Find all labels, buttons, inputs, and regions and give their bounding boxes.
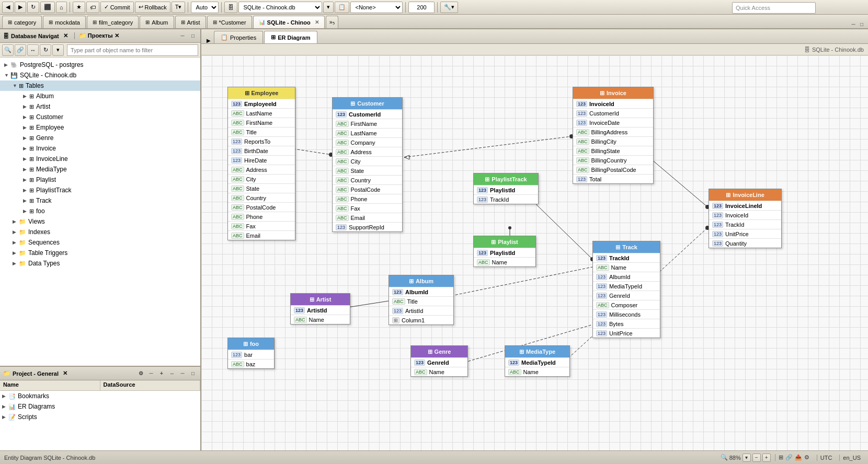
project-minimize-btn[interactable]: ─ xyxy=(178,369,187,378)
er-table-artist[interactable]: ⊞ Artist 123 ArtistId ABC Name xyxy=(290,293,350,324)
tree-item-playlist[interactable]: ▶ ⊞ Playlist xyxy=(0,175,200,185)
tree-item-customer[interactable]: ▶ ⊞ Customer xyxy=(0,112,200,122)
transaction-mode-select[interactable]: Auto xyxy=(191,2,219,13)
refresh-btn[interactable]: ↻ xyxy=(27,2,39,13)
tab-film-category-icon: ⊞ xyxy=(93,19,97,25)
track-title: Track xyxy=(622,244,637,250)
er-tab-diagram[interactable]: ⊞ ER Diagram xyxy=(264,31,317,43)
tree-item-sequences[interactable]: ▶ 📁 Sequences xyxy=(0,237,200,248)
nav-maximize-btn[interactable]: □ xyxy=(189,32,197,40)
zoom-in-btn[interactable]: + xyxy=(762,454,771,462)
project-collapse-btn[interactable]: ─ xyxy=(147,369,155,378)
nav-minimize-btn[interactable]: ─ xyxy=(178,32,187,40)
project-settings-btn[interactable]: ⚙ xyxy=(136,369,145,378)
project-col-datasource: DataSource xyxy=(100,380,201,390)
invoice-row-billingstate: ABC BillingState xyxy=(573,146,653,155)
nav-search-input[interactable] xyxy=(67,44,198,56)
er-tab-properties[interactable]: 📋 Properties xyxy=(214,31,263,43)
nav-filter-btn[interactable]: 🔍 xyxy=(2,44,14,56)
customer-row-phone: ABC Phone xyxy=(333,194,402,203)
tools-btn[interactable]: 🔧▾ xyxy=(440,2,458,13)
nav-collapse-btn[interactable]: ▾ xyxy=(52,44,64,56)
db-select[interactable]: SQLite - Chinook.db xyxy=(238,2,322,13)
tree-item-employee[interactable]: ▶ ⊞ Employee xyxy=(0,122,200,133)
nav-forward-btn[interactable]: ▶ xyxy=(15,2,26,13)
tree-item-indexes[interactable]: ▶ 📁 Indexes xyxy=(0,227,200,237)
tree-item-sqlite[interactable]: ▼ 💾 SQLite - Chinook.db xyxy=(0,70,200,80)
format-btn[interactable]: T▾ xyxy=(172,2,186,13)
nav-refresh-btn[interactable]: ↻ xyxy=(40,44,51,56)
tree-item-artist[interactable]: ▶ ⊞ Artist xyxy=(0,101,200,112)
schema-select[interactable]: <None> xyxy=(350,2,403,13)
zoom-out-btn[interactable]: − xyxy=(752,454,761,462)
tree-item-genre[interactable]: ▶ ⊞ Genre xyxy=(0,133,200,143)
tab-category[interactable]: ⊞ category xyxy=(2,16,42,28)
tab-sqlite-chinook[interactable]: 📊 SQLite - Chinoo ✕ xyxy=(253,16,325,28)
er-table-genre[interactable]: ⊞ Genre 123 GenreId ABC Name xyxy=(410,345,468,377)
er-table-playlisttrack[interactable]: ⊞ PlaylistTrack 123 PlaylistId 123 Track… xyxy=(473,173,539,204)
project-sync-btn[interactable]: ↔ xyxy=(168,369,176,378)
nav-link-btn[interactable]: 🔗 xyxy=(15,44,26,56)
db-dropdown-btn[interactable]: ▾ xyxy=(323,2,334,13)
quick-access-box[interactable]: Quick Access xyxy=(732,2,816,14)
tree-item-mediatype[interactable]: ▶ ⊞ MediaType xyxy=(0,164,200,175)
commit-btn[interactable]: ✓ Commit xyxy=(100,2,134,13)
er-table-playlist[interactable]: ⊞ Playlist 123 PlaylistId ABC Name xyxy=(473,236,536,267)
tree-item-datatypes[interactable]: ▶ 📁 Data Types xyxy=(0,258,200,269)
tree-item-track[interactable]: ▶ ⊞ Track xyxy=(0,195,200,206)
project-maximize-btn[interactable]: □ xyxy=(189,369,197,378)
tree-item-tabletriggers[interactable]: ▶ 📁 Table Triggers xyxy=(0,248,200,258)
tree-item-invoiceline[interactable]: ▶ ⊞ InvoiceLine xyxy=(0,154,200,164)
tabbar-maximize[interactable]: □ xyxy=(858,20,866,28)
project-close-icon[interactable]: ✕ xyxy=(63,370,67,377)
project-row-bookmarks[interactable]: ▶ 📑 Bookmarks xyxy=(0,391,200,401)
zoom-input[interactable] xyxy=(408,2,435,13)
er-nav-arrow[interactable]: ▶ xyxy=(203,38,214,43)
tree-item-postgres[interactable]: ▶ 🐘 PostgreSQL - postgres xyxy=(0,60,200,70)
tree-item-foo[interactable]: ▶ ⊞ foo xyxy=(0,206,200,216)
tree-label-postgres: PostgreSQL - postgres xyxy=(20,61,84,68)
tabbar-minimize[interactable]: ─ xyxy=(849,20,858,28)
project-row-erdiagrams[interactable]: ▶ 📊 ER Diagrams xyxy=(0,401,200,412)
project-add-btn[interactable]: + xyxy=(157,369,166,378)
tab-sqlite-chinook-close[interactable]: ✕ xyxy=(315,19,319,25)
stop-btn[interactable]: ⬛ xyxy=(40,2,55,13)
tree-item-playlisttrack[interactable]: ▶ ⊞ PlaylistTrack xyxy=(0,185,200,195)
er-canvas[interactable]: ⊞ Employee 123 EmployeeId ABC LastName A… xyxy=(201,55,868,450)
playlist-title: Playlist xyxy=(498,239,518,245)
invoice-row-customerid: 123 CustomerId xyxy=(573,108,653,118)
er-table-track[interactable]: ⊞ Track 123 TrackId ABC Name 123 AlbumId… xyxy=(592,241,660,338)
customer-title: Customer xyxy=(357,100,384,107)
tab-film-category[interactable]: ⊞ film_category xyxy=(87,16,139,28)
tag-btn[interactable]: 🏷 xyxy=(86,2,99,13)
nav-sync-btn[interactable]: ↔ xyxy=(27,44,39,56)
er-table-employee[interactable]: ⊞ Employee 123 EmployeeId ABC LastName A… xyxy=(227,87,295,240)
nav-back-btn[interactable]: ◀ xyxy=(2,2,14,13)
home-btn[interactable]: ⌂ xyxy=(56,2,67,13)
tree-item-views[interactable]: ▶ 📁 Views xyxy=(0,216,200,227)
invoice-title: Invoice xyxy=(607,90,626,96)
export-icon: 📤 xyxy=(795,454,802,461)
tree-item-invoice[interactable]: ▶ ⊞ Invoice xyxy=(0,143,200,154)
tab-album[interactable]: ⊞ Album xyxy=(140,16,174,28)
er-table-foo[interactable]: ⊞ foo 123 bar ABC baz xyxy=(227,338,275,369)
er-table-invoice[interactable]: ⊞ Invoice 123 InvoiceId 123 CustomerId 1… xyxy=(573,87,654,184)
er-table-mediatype[interactable]: ⊞ MediaType 123 MediaTypeId ABC Name xyxy=(505,345,570,377)
bookmark-btn[interactable]: ★ xyxy=(73,2,85,13)
project-row-scripts[interactable]: ▶ 📝 Scripts xyxy=(0,412,200,422)
tree-item-tables[interactable]: ▼ ⊞ Tables xyxy=(0,80,200,91)
mediatype-row-id: 123 MediaTypeId xyxy=(505,357,569,367)
rollback-btn[interactable]: ↩ Rollback xyxy=(135,2,170,13)
tab-artist[interactable]: ⊞ Artist xyxy=(175,16,206,28)
tab-mockdata[interactable]: ⊞ mockdata xyxy=(43,16,86,28)
sep1 xyxy=(70,2,70,13)
tab-more-btn[interactable]: »₅ xyxy=(326,16,338,28)
er-table-invoiceline[interactable]: ⊞ InvoiceLine 123 InvoiceLineId 123 Invo… xyxy=(709,189,782,248)
tab-customer[interactable]: ⊞ *Customer xyxy=(207,16,252,28)
zoom-dropdown-btn[interactable]: ▾ xyxy=(743,454,751,462)
er-table-customer[interactable]: ⊞ Customer 123 CustomerId ABC FirstName … xyxy=(332,97,403,232)
er-table-album[interactable]: ⊞ Album 123 AlbumId ABC Title 123 Artist… xyxy=(389,275,454,325)
track-row-composer: ABC Composer xyxy=(593,300,660,309)
projects-tab[interactable]: 📁 Проекты ✕ xyxy=(74,32,119,39)
tree-item-album[interactable]: ▶ ⊞ Album xyxy=(0,91,200,101)
